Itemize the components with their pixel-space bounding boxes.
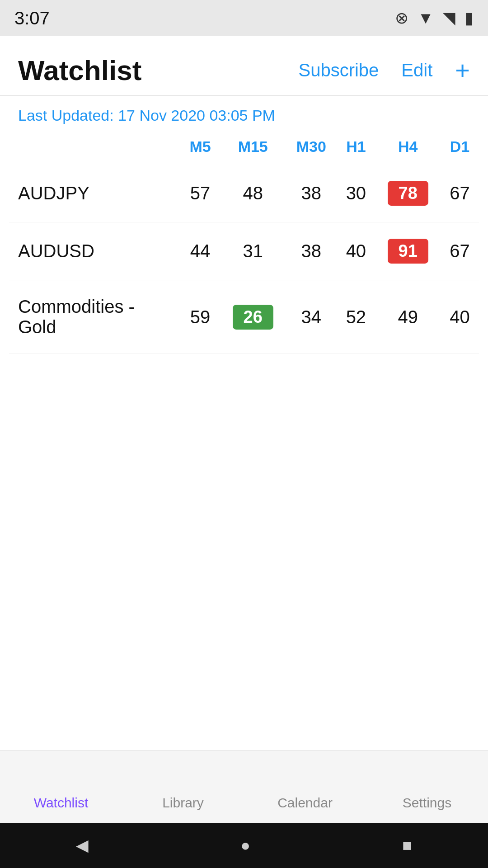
nav-library[interactable]: Library <box>122 764 244 811</box>
bottom-nav: Watchlist Library Calendar <box>0 750 488 823</box>
recent-button[interactable]: ■ <box>402 836 412 855</box>
col-m30[interactable]: M30 <box>286 129 337 165</box>
nav-watchlist-label: Watchlist <box>34 795 89 811</box>
wifi-icon: ▼ <box>418 9 434 28</box>
table-header-row: M5 M15 M30 H1 H4 D1 <box>9 129 479 165</box>
col-h4[interactable]: H4 <box>375 129 441 165</box>
cell-symbol: AUDJPY <box>9 165 180 222</box>
cell-m30: 38 <box>286 165 337 222</box>
cell-h1: 30 <box>337 165 375 222</box>
cell-symbol: AUDUSD <box>9 222 180 280</box>
cell-d1: 67 <box>441 222 479 280</box>
add-button[interactable]: + <box>455 58 470 83</box>
main-content: Watchlist Subscribe Edit + Last Updated:… <box>0 36 488 750</box>
cell-h4: 91 <box>375 222 441 280</box>
home-button[interactable]: ● <box>240 836 250 855</box>
cell-m5: 59 <box>180 280 220 354</box>
cell-h4: 78 <box>375 165 441 222</box>
cell-m5: 57 <box>180 165 220 222</box>
status-icons: ⊗ ▼ ◥ ▮ <box>395 9 474 28</box>
nav-calendar[interactable]: Calendar <box>244 764 366 811</box>
col-m5[interactable]: M5 <box>180 129 220 165</box>
table-row[interactable]: AUDJPY574838307867 <box>9 165 479 222</box>
nav-settings-label: Settings <box>403 795 451 811</box>
cell-h4: 49 <box>375 280 441 354</box>
cell-symbol: Commodities - Gold <box>9 280 180 354</box>
table-row[interactable]: AUDUSD443138409167 <box>9 222 479 280</box>
notification-icon: ⊗ <box>395 9 408 28</box>
back-button[interactable]: ◀ <box>76 836 89 855</box>
cell-d1: 40 <box>441 280 479 354</box>
cell-m15: 26 <box>220 280 286 354</box>
cell-m30: 38 <box>286 222 337 280</box>
android-nav: ◀ ● ■ <box>0 823 488 868</box>
page-title: Watchlist <box>18 54 141 86</box>
edit-button[interactable]: Edit <box>401 60 432 80</box>
nav-calendar-label: Calendar <box>277 795 333 811</box>
cell-d1: 67 <box>441 165 479 222</box>
signal-icon: ◥ <box>443 9 455 28</box>
nav-library-label: Library <box>162 795 204 811</box>
last-updated: Last Updated: 17 Nov 2020 03:05 PM <box>0 96 488 129</box>
subscribe-button[interactable]: Subscribe <box>298 60 379 80</box>
cell-m30: 34 <box>286 280 337 354</box>
watchlist-table-container: M5 M15 M30 H1 H4 D1 AUDJPY574838307867AU… <box>0 129 488 750</box>
nav-settings[interactable]: Settings <box>366 764 488 811</box>
status-time: 3:07 <box>14 8 50 28</box>
col-symbol <box>9 129 180 165</box>
col-d1[interactable]: D1 <box>441 129 479 165</box>
cell-m5: 44 <box>180 222 220 280</box>
cell-m15: 31 <box>220 222 286 280</box>
header-actions: Subscribe Edit + <box>298 58 470 83</box>
table-row[interactable]: Commodities - Gold592634524940 <box>9 280 479 354</box>
cell-h1: 52 <box>337 280 375 354</box>
status-bar: 3:07 ⊗ ▼ ◥ ▮ <box>0 0 488 36</box>
col-m15[interactable]: M15 <box>220 129 286 165</box>
cell-m15: 48 <box>220 165 286 222</box>
battery-icon: ▮ <box>465 9 474 28</box>
nav-watchlist[interactable]: Watchlist <box>0 764 122 811</box>
header: Watchlist Subscribe Edit + <box>0 36 488 96</box>
col-h1[interactable]: H1 <box>337 129 375 165</box>
watchlist-table: M5 M15 M30 H1 H4 D1 AUDJPY574838307867AU… <box>9 129 479 354</box>
cell-h1: 40 <box>337 222 375 280</box>
